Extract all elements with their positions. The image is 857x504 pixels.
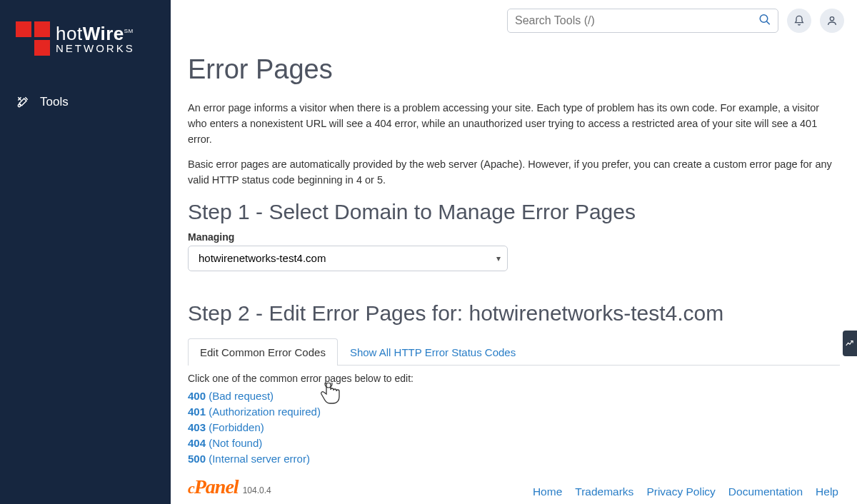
sidebar-item-tools[interactable]: Tools [0,88,171,116]
account-button[interactable] [820,9,844,33]
version-text: 104.0.4 [243,485,271,495]
stats-side-tab[interactable] [843,331,857,356]
list-item: 400 (Bad request) [188,390,840,403]
error-link-500[interactable]: 500 (Internal server error) [188,453,310,465]
error-code-list: 400 (Bad request) 401 (Authorization req… [188,390,840,465]
error-link-401[interactable]: 401 (Authorization required) [188,405,321,418]
intro-paragraph-2: Basic error pages are automatically prov… [188,157,840,188]
svg-point-3 [830,17,833,21]
footer-link-trademarks[interactable]: Trademarks [575,485,633,498]
list-item: 403 (Forbidden) [188,421,840,434]
sidebar-item-label: Tools [40,95,69,109]
main-content: Error Pages An error page informs a visi… [171,0,857,504]
tab-all-errors[interactable]: Show All HTTP Error Status Codes [338,338,528,366]
search-icon [758,14,771,26]
error-link-404[interactable]: 404 (Not found) [188,437,262,449]
footer-link-home[interactable]: Home [533,485,562,498]
list-item: 404 (Not found) [188,437,840,450]
brand-square-icon [16,21,50,56]
tabs: Edit Common Error Codes Show All HTTP Er… [188,338,840,366]
notifications-button[interactable] [787,9,811,33]
list-item: 401 (Authorization required) [188,405,840,418]
cpanel-logo: cPanel [188,475,239,498]
tab-common-errors[interactable]: Edit Common Error Codes [188,338,338,366]
list-item: 500 (Internal server error) [188,453,840,465]
footer: cPanel 104.0.4 Home Trademarks Privacy P… [171,475,857,504]
footer-link-help[interactable]: Help [816,485,838,498]
search-input[interactable] [507,9,778,33]
step1-heading: Step 1 - Select Domain to Manage Error P… [188,200,840,224]
brand-logo-block: hotWireSM NETWORKS [0,21,171,88]
sidebar: hotWireSM NETWORKS Tools [0,0,171,504]
user-icon [826,15,838,26]
domain-select[interactable]: hotwirenetworks-test4.com [188,246,508,271]
footer-link-privacy[interactable]: Privacy Policy [646,485,715,498]
intro-paragraph-1: An error page informs a visitor when the… [188,101,840,147]
svg-point-1 [760,15,768,23]
tools-icon [16,95,30,109]
brand-name: hotWireSM [56,24,135,43]
error-link-403[interactable]: 403 (Forbidden) [188,421,264,433]
page-title: Error Pages [188,54,840,85]
topbar [171,0,857,41]
search-container [507,9,778,33]
tab-description: Click one of the common error pages belo… [188,373,840,384]
step2-heading: Step 2 - Edit Error Pages for: hotwirene… [188,301,840,326]
bell-icon [793,15,805,26]
svg-point-0 [18,104,20,106]
svg-line-2 [767,21,770,24]
error-link-400[interactable]: 400 (Bad request) [188,390,274,402]
chart-icon [845,338,855,348]
search-button[interactable] [756,11,774,31]
brand-subline: NETWORKS [56,43,135,54]
footer-link-documentation[interactable]: Documentation [728,485,803,498]
managing-label: Managing [188,231,840,243]
